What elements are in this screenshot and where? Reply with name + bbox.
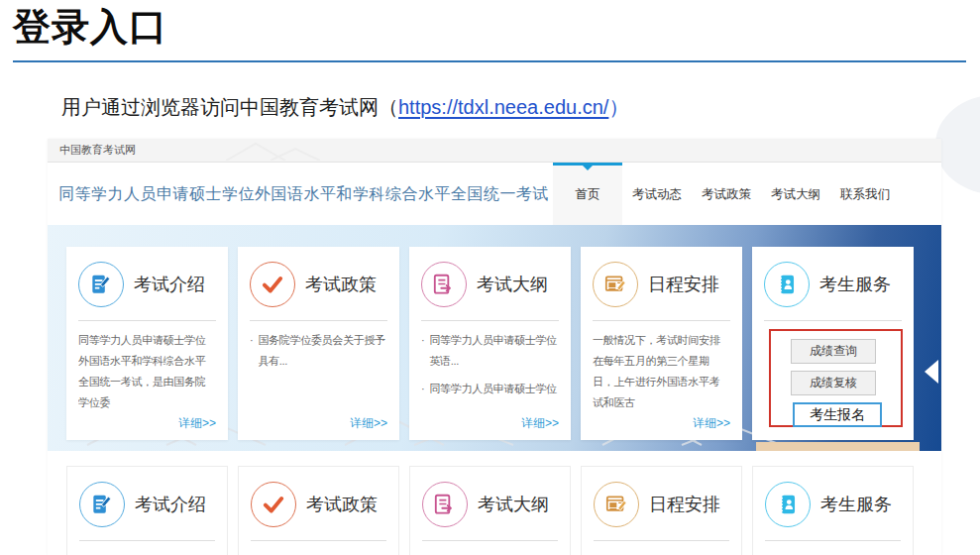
card-divider [421,320,559,321]
background-circle-decoration [935,95,980,194]
calendar-edit-icon [594,482,639,527]
tab-exam-news[interactable]: 考试动态 [622,163,692,226]
card-title: 考试介绍 [135,493,206,516]
card-schedule: 日程安排 [581,466,742,555]
card-divider [765,540,901,541]
card-divider [593,320,730,321]
document-pen-icon [78,262,124,307]
card-body: 同等学力人员申请硕士学位外国语水平和学科综合水平全国统一考试，是由国务院学位委 [78,330,216,425]
card-title: 考试大纲 [478,493,549,516]
bullet-item: · 同等学力人员申请硕士学位英语... [421,330,559,372]
card-head: 考生服务 [764,259,902,310]
tab-home[interactable]: 首页 [553,163,622,226]
card-title: 考试介绍 [134,273,205,296]
site-title: 同等学力人员申请硕士学位外国语水平和学科综合水平全国统一考试 [58,184,549,205]
document-pen-icon [79,482,125,527]
card-divider [764,320,902,321]
bullet-text: 同等学力人员申请硕士学位英语... [429,330,559,372]
card-head: 日程安排 [593,259,730,310]
card-title: 日程安排 [648,273,719,296]
document-export-icon [422,482,468,527]
tab-exam-policy[interactable]: 考试政策 [692,163,761,226]
contact-book-icon [765,482,811,527]
card-head: 考试政策 [251,479,386,530]
card-exam-policy: 考试政策 · 国务院学位委员会关于授予具有... 详细>> [238,247,399,440]
card-exam-syllabus: 考试大纲 [409,466,571,555]
paren-open: （ [379,96,398,118]
card-divider [250,320,387,321]
card-divider [251,540,386,541]
detail-link[interactable]: 详细>> [350,415,387,432]
card-head: 考试大纲 [421,259,559,310]
contact-book-icon [764,262,810,307]
site-header: 同等学力人员申请硕士学位外国语水平和学科综合水平全国统一考试 首页 考试动态 考… [48,163,941,226]
card-exam-policy: 考试政策 [238,466,399,555]
card-title: 考试政策 [305,273,377,296]
card-grid: 考试介绍 同等学力人员申请硕士学位外国语水平和学科综合水平全国统一考试，是由国务… [66,247,914,440]
calendar-edit-icon [593,262,638,307]
detail-link[interactable]: 详细>> [521,415,559,432]
mountain-watermark-icon [216,141,325,161]
card-title: 日程安排 [649,493,720,516]
card-head: 考试介绍 [78,259,216,310]
card-exam-intro: 考试介绍 [66,466,228,555]
bullet-item: · 国务院学位委员会关于授予具有... [250,330,387,372]
main-nav: 首页 考试动态 考试政策 考试大纲 联系我们 [553,163,900,226]
card-title: 考试政策 [306,493,378,516]
card-schedule: 日程安排 一般情况下，考试时间安排在每年五月的第三个星期日，上午进行外国语水平考… [581,247,742,440]
detail-link[interactable]: 详细>> [693,415,730,432]
card-exam-intro: 考试介绍 同等学力人员申请硕士学位外国语水平和学科综合水平全国统一考试，是由国务… [66,247,228,440]
page-title: 登录入口 [13,2,167,53]
site-topbar: 中国教育考试网 [48,139,941,163]
card-head: 考试政策 [250,259,387,310]
candidate-register-button[interactable]: 考生报名 [793,402,882,427]
card-candidate-services: 考生服务 成绩查询 成绩复核 考生报名 [752,247,914,440]
tab-exam-syllabus[interactable]: 考试大纲 [761,163,830,226]
portal-link[interactable]: https://tdxl.neea.edu.cn/ [398,96,608,118]
card-divider [78,320,216,321]
site-topbar-title: 中国教育考试网 [59,144,136,156]
checkmark-icon [251,482,296,527]
card-title: 考试大纲 [477,273,548,296]
card-divider [422,540,558,541]
card-body: 一般情况下，考试时间安排在每年五月的第三个星期日，上午进行外国语水平考试和医古 [593,330,730,425]
card-head: 日程安排 [594,479,729,530]
website-screenshot: 中国教育考试网 同等学力人员申请硕士学位外国语水平和学科综合水平全国统一考试 首… [48,139,941,555]
card-body: · 同等学力人员申请硕士学位英语... · 同等学力人员申请硕士学位 [421,330,559,425]
card-title: 考生服务 [820,493,892,516]
card-head: 考试大纲 [422,479,558,530]
card-candidate-services: 考生服务 [752,466,914,555]
banner-carousel: 考试介绍 同等学力人员申请硕士学位外国语水平和学科综合水平全国统一考试，是由国务… [48,225,941,451]
checkmark-icon [250,262,295,307]
detail-link[interactable]: 详细>> [178,415,216,432]
card-body: · 国务院学位委员会关于授予具有... [250,330,387,425]
intro-line: 用户通过浏览器访问中国教育考试网（https://tdxl.neea.edu.c… [61,94,628,121]
bullet-text: 国务院学位委员会关于授予具有... [258,330,387,372]
document-export-icon [421,262,467,307]
card-grid-bottom: 考试介绍 考试政策 [66,466,914,555]
card-divider [79,540,215,541]
card-divider [594,540,729,541]
bullet-item: · 同等学力人员申请硕士学位 [421,379,559,399]
score-recheck-button[interactable]: 成绩复核 [791,371,876,395]
score-query-button[interactable]: 成绩查询 [791,339,876,364]
carousel-prev-arrow-icon[interactable] [925,360,938,384]
card-head: 考试介绍 [79,479,215,530]
card-exam-syllabus: 考试大纲 · 同等学力人员申请硕士学位英语... · 同等学力人员申请硕士学位 [409,247,571,440]
bullet-text: 同等学力人员申请硕士学位 [429,379,556,399]
card-head: 考生服务 [765,479,901,530]
card-title: 考生服务 [819,273,891,296]
intro-text: 用户通过浏览器访问中国教育考试网 [61,96,379,118]
paren-close: ） [608,96,628,118]
banner-image-strip [756,442,920,451]
tab-contact-us[interactable]: 联系我们 [830,163,900,226]
heading-divider [13,60,966,62]
